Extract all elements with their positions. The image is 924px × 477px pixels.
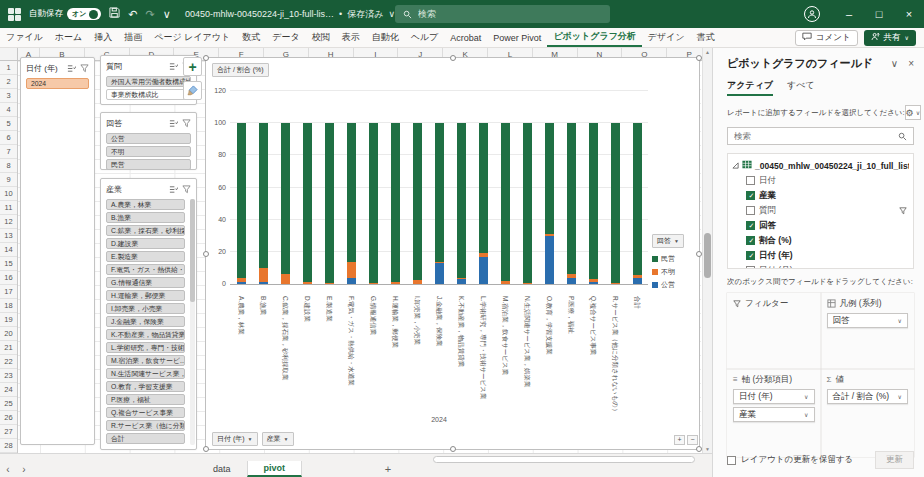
multi-select-icon[interactable] (67, 59, 76, 77)
axis-field-button[interactable]: 日付 (年)▼ (212, 432, 258, 446)
stacked-bar[interactable] (611, 123, 620, 284)
ribbon-tab-ページ レイアウト[interactable]: ページ レイアウト (148, 28, 236, 47)
row-header-16[interactable]: 16 (0, 271, 17, 285)
redo-icon[interactable]: ↷ (146, 0, 155, 28)
area-dropzone[interactable]: 合計 / 割合 (%)∨ (827, 389, 909, 451)
next-sheet-icon[interactable]: › (16, 461, 32, 477)
ribbon-tab-描画[interactable]: 描画 (118, 28, 148, 47)
collapse-button[interactable]: − (687, 435, 698, 445)
row-header-15[interactable]: 15 (0, 257, 17, 271)
row-header-2[interactable]: 2 (0, 75, 17, 89)
scrollbar-thumb[interactable] (433, 456, 695, 463)
field-row-割合 (%)[interactable]: 割合 (%) (732, 233, 909, 248)
stacked-bar[interactable] (567, 123, 576, 284)
bar-segment-民営[interactable] (479, 123, 488, 253)
account-icon[interactable] (804, 6, 820, 22)
row-header-11[interactable]: 11 (0, 201, 17, 215)
field-row-産業[interactable]: 産業 (732, 188, 909, 203)
row-header-25[interactable]: 25 (0, 397, 17, 411)
slicer-item[interactable]: B.漁業 (106, 212, 185, 223)
bar-segment-民営[interactable] (281, 123, 290, 274)
maximize-icon[interactable]: □ (864, 0, 894, 28)
minimize-icon[interactable]: – (834, 0, 864, 28)
slicer-item[interactable]: C.鉱業，採石業，砂利採... (106, 225, 185, 236)
chart-elements-button[interactable]: + (183, 57, 202, 76)
bar-segment-公営[interactable] (435, 263, 444, 284)
row-header-27[interactable]: 27 (0, 425, 17, 439)
stacked-bar[interactable] (237, 123, 246, 284)
slicer-item[interactable]: I.卸売業，小売業 (106, 303, 185, 314)
stacked-bar[interactable] (479, 123, 488, 284)
ribbon-tab-データ[interactable]: データ (266, 28, 305, 47)
stacked-bar[interactable] (259, 123, 268, 284)
selection-handle[interactable] (696, 251, 702, 257)
scroll-up-icon[interactable]: ▲ (703, 49, 712, 55)
bar-segment-公営[interactable] (479, 257, 488, 284)
sheet-tab-data[interactable]: data (197, 461, 247, 477)
slicer-answer[interactable]: 回答 公営不明民営 (100, 112, 197, 170)
field-checkbox[interactable] (746, 191, 755, 200)
ribbon-tab-書式[interactable]: 書式 (691, 28, 721, 47)
row-header-20[interactable]: 20 (0, 327, 17, 341)
value-field-button[interactable]: 合計 / 割合 (%) (212, 63, 269, 77)
vertical-scrollbar[interactable]: ▲ ▼ (702, 48, 712, 453)
slicer-item[interactable]: 2024 (26, 78, 89, 89)
stacked-bar[interactable] (457, 123, 466, 284)
selection-handle[interactable] (203, 55, 209, 61)
scroll-down-icon[interactable]: ▼ (703, 446, 712, 452)
field-row-回答[interactable]: 回答 (732, 218, 909, 233)
chevron-down-icon[interactable]: ∨ (891, 58, 898, 69)
row-header-28[interactable]: 28 (0, 439, 17, 453)
multi-select-icon[interactable] (169, 180, 178, 198)
row-header-5[interactable]: 5 (0, 117, 17, 131)
field-row-質問[interactable]: 質問 (732, 203, 909, 218)
select-all-corner[interactable] (0, 48, 18, 61)
slicer-item[interactable]: 外国人常用労働者数構成比 (106, 76, 191, 87)
area-dropzone[interactable]: 回答∨ (827, 313, 909, 363)
field-row-日付[interactable]: 日付 (732, 173, 909, 188)
slicer-item[interactable]: 民営 (106, 159, 191, 170)
horizontal-scrollbar[interactable] (430, 456, 698, 463)
ribbon-tab-Power Pivot[interactable]: Power Pivot (487, 28, 547, 47)
row-header-9[interactable]: 9 (0, 173, 17, 187)
bar-segment-民営[interactable] (259, 123, 268, 268)
bar-segment-民営[interactable] (501, 123, 510, 281)
bar-segment-民営[interactable] (457, 123, 466, 277)
search-box[interactable] (395, 5, 610, 23)
bar-segment-民営[interactable] (567, 123, 576, 274)
slicer-item[interactable]: H.運輸業，郵便業 (106, 290, 185, 301)
legend-field-button[interactable]: 回答▼ (652, 234, 684, 248)
slicer-item[interactable]: R.サービス業（他に分類... (106, 420, 185, 431)
ribbon-tab-ヘルプ[interactable]: ヘルプ (405, 28, 445, 47)
legend-entry-公営[interactable]: 公営 (652, 278, 699, 291)
row-header-18[interactable]: 18 (0, 299, 17, 313)
expand-button[interactable]: + (674, 435, 685, 445)
update-button[interactable]: 更新 (875, 451, 914, 469)
prev-sheet-icon[interactable]: ‹ (0, 461, 16, 477)
bar-segment-民営[interactable] (435, 123, 444, 261)
filter-funnel-icon[interactable] (899, 207, 907, 215)
slicer-item[interactable]: D.建設業 (106, 238, 185, 249)
save-icon[interactable] (109, 0, 120, 28)
legend-entry-不明[interactable]: 不明 (652, 265, 699, 278)
tools-button[interactable]: ⚙∨ (905, 105, 921, 120)
expand-triangle-icon[interactable] (732, 161, 739, 171)
slicer-item[interactable]: K.不動産業，物品賃貸業 (106, 329, 185, 340)
sheet-tab-pivot[interactable]: pivot (247, 461, 303, 477)
slicer-item[interactable]: 合計 (106, 433, 185, 444)
add-sheet-button[interactable]: + (380, 461, 396, 477)
bar-segment-不明[interactable] (347, 262, 356, 278)
bar-segment-不明[interactable] (259, 268, 268, 282)
field-checkbox[interactable] (746, 221, 755, 230)
table-row[interactable]: _00450_mhlw_00450224_ji_10_full_list (732, 158, 909, 173)
field-checkbox[interactable] (746, 176, 755, 185)
stacked-bar[interactable] (633, 123, 642, 284)
chart-styles-brush-icon[interactable] (183, 81, 202, 100)
area-field-pill[interactable]: 産業∨ (733, 407, 815, 422)
row-header-26[interactable]: 26 (0, 411, 17, 425)
stacked-bar[interactable] (523, 123, 532, 284)
row-header-6[interactable]: 6 (0, 131, 17, 145)
bar-segment-民営[interactable] (633, 123, 642, 275)
field-checkbox[interactable] (746, 251, 755, 260)
undo-icon[interactable]: ↶ (128, 0, 137, 28)
